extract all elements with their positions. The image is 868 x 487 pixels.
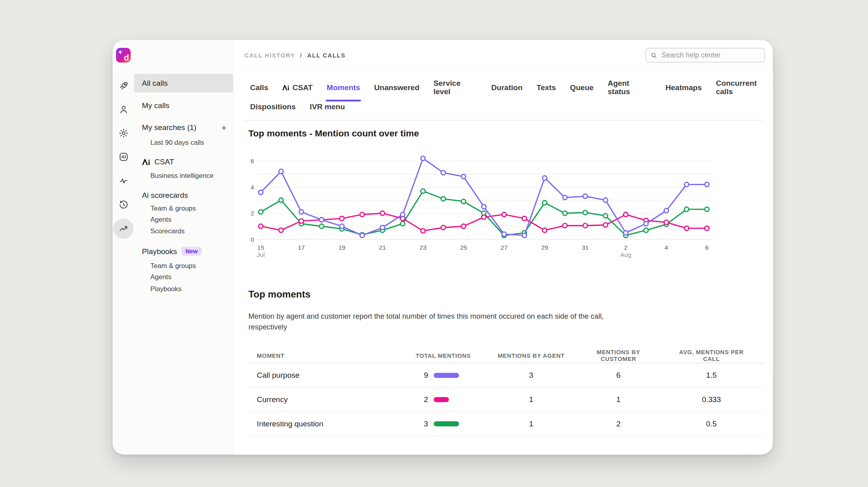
app-window: d Mainline [112,40,773,454]
tab-heatmaps[interactable]: Heatmaps [665,79,702,99]
chart-title: Top moments - Mention count over time [249,128,419,138]
svg-text:29: 29 [541,244,548,251]
svg-text:31: 31 [582,244,588,251]
tab-calls[interactable]: Calls [250,79,268,99]
tab-service-level[interactable]: Service level [434,79,477,99]
dialpad-logo[interactable]: d [116,48,131,63]
svg-text:2: 2 [251,210,254,217]
sidebar-item-ai-scorecards[interactable]: Ai scorecards [134,187,233,203]
page: d Mainline [0,0,868,487]
mentions-bar [434,373,459,378]
tab-ivr-menu[interactable]: IVR menu [310,103,345,114]
search-input[interactable] [661,51,760,60]
col-avg-mentions-per-call: AVG. MENTIONS PER CALL [672,349,751,362]
icon-rail: d [112,40,134,454]
sidebar-item-my-calls[interactable]: My calls [134,97,233,113]
col-mentions-by-customer: MENTIONS BY CUSTOMER [579,349,658,362]
pulse-icon[interactable] [113,171,134,191]
svg-text:2: 2 [624,244,627,251]
add-search-button[interactable]: + [221,123,226,132]
sidebar-item-my-searches[interactable]: My searches (1) + [134,119,233,135]
ai-glyph-icon [142,158,150,165]
mentions-bar [434,397,449,402]
table-row: Interesting question 3 1 2 0.5 [249,412,764,436]
breadcrumb: CALL HISTORY / ALL CALLS [245,52,346,59]
svg-text:6: 6 [251,158,254,164]
tab-bar: Calls CSAT Moments Unanswered Service le… [250,79,773,99]
mentions-bar [434,421,459,426]
svg-text:15: 15 [257,244,264,251]
svg-text:25: 25 [460,244,467,251]
sidebar-item-scorecards[interactable]: Scorecards [134,224,233,238]
svg-text:19: 19 [338,244,345,251]
person-icon[interactable] [113,99,134,120]
ai-glyph-icon [282,84,290,91]
sidebar: All calls My calls My searches (1) + Las… [134,40,233,454]
tab-moments[interactable]: Moments [327,79,360,99]
sidebar-item-playbooks-playbooks[interactable]: Playbooks [134,282,233,296]
tab-agent-status[interactable]: Agent status [608,79,651,99]
breadcrumb-call-history[interactable]: CALL HISTORY [245,52,295,59]
search-icon [651,51,657,59]
breadcrumb-separator: / [300,52,302,59]
sidebar-item-last-90-days-calls[interactable]: Last 90 days calls [134,135,233,150]
svg-text:27: 27 [501,244,507,251]
breadcrumb-all-calls: ALL CALLS [307,52,345,59]
tab-texts[interactable]: Texts [537,79,556,99]
trending-up-icon[interactable] [113,219,134,239]
section-description: Mention by agent and customer report the… [249,312,604,332]
col-moment: MOMENT [257,352,402,359]
ai-note-icon[interactable] [113,146,134,167]
logo-letter: d [124,53,129,63]
table-row: Call purpose 9 3 6 1.5 [249,363,764,388]
svg-text:4: 4 [665,244,668,251]
section-title: Top moments [249,289,311,300]
svg-text:23: 23 [420,244,426,251]
tabs-divider [245,120,764,120]
sidebar-item-all-calls[interactable]: All calls [134,74,233,93]
gear-icon[interactable] [113,123,134,143]
sparkle-icon [118,49,123,55]
moments-table: MOMENT TOTAL MENTIONS MENTIONS BY AGENT … [249,348,764,436]
rocket-icon[interactable] [113,75,134,96]
tab-unanswered[interactable]: Unanswered [374,79,419,99]
table-header-row: MOMENT TOTAL MENTIONS MENTIONS BY AGENT … [249,348,764,363]
tab-dispositions[interactable]: Dispositions [250,103,296,114]
moments-line-chart[interactable]: 024615Jul17192123252729312Aug46 [239,153,718,260]
col-total-mentions: TOTAL MENTIONS [416,352,483,359]
help-search[interactable] [645,48,765,63]
svg-text:17: 17 [298,244,305,251]
svg-text:Aug: Aug [620,251,631,258]
svg-text:Jul: Jul [257,251,265,258]
svg-text:6: 6 [705,244,709,251]
history-icon[interactable] [113,194,134,215]
sidebar-item-playbooks[interactable]: Playbooks New [134,243,233,260]
svg-text:21: 21 [379,244,386,251]
sidebar-item-business-intelligence[interactable]: Business intelligence [134,168,233,183]
tab-concurrent-calls[interactable]: Concurrent calls [716,79,773,99]
tab-bar-row2: Dispositions IVR menu [250,103,345,114]
main-content: Calls CSAT Moments Unanswered Service le… [233,71,773,455]
svg-text:0: 0 [251,236,254,243]
table-row: Currency 2 1 1 0.333 [249,387,764,412]
new-badge: New [181,246,201,256]
tab-csat[interactable]: CSAT [282,79,313,99]
tab-queue[interactable]: Queue [570,79,594,99]
tab-duration[interactable]: Duration [491,79,522,99]
sidebar-item-csat[interactable]: CSAT [134,153,233,170]
col-mentions-by-agent: MENTIONS BY AGENT [497,352,565,359]
svg-text:4: 4 [251,184,254,191]
